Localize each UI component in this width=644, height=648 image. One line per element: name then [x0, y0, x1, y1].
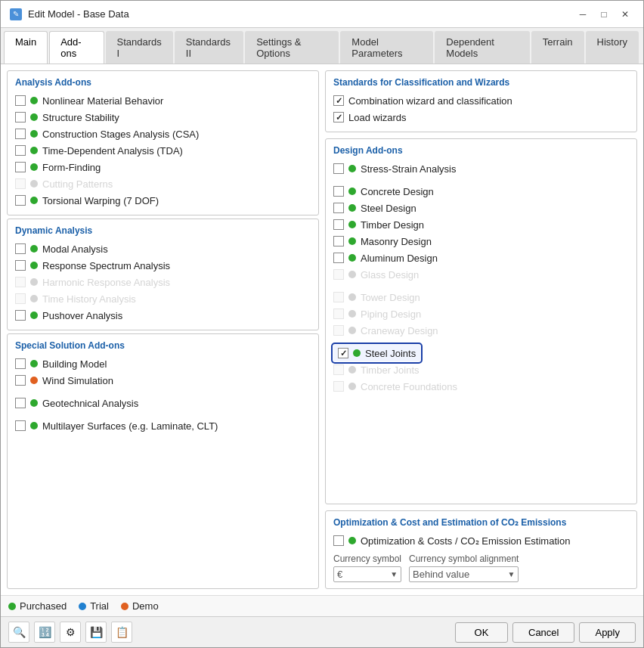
list-item: Geotechnical Analysis — [15, 395, 311, 411]
list-item: Form-Finding — [15, 159, 311, 175]
tab-standards1[interactable]: Standards I — [106, 31, 173, 64]
list-item: Combination wizard and classification — [333, 92, 629, 109]
glass-label: Glass Design — [361, 269, 419, 281]
list-item: Multilayer Surfaces (e.g. Laminate, CLT) — [15, 417, 311, 434]
tab-standards2[interactable]: Standards II — [175, 31, 243, 64]
stability-label: Structure Stability — [42, 112, 119, 123]
optimization-checkbox[interactable] — [333, 535, 344, 546]
optimization-section: Optimization & Cost and Estimation of CO… — [325, 510, 637, 589]
purchased-dot — [30, 262, 38, 269]
tda-checkbox[interactable] — [15, 145, 26, 156]
currency-symbol-select[interactable]: € ▼ — [333, 566, 401, 582]
copy-tool-button[interactable]: 📋 — [111, 622, 132, 643]
response-label: Response Spectrum Analysis — [42, 260, 170, 271]
loadwizards-checkbox[interactable] — [333, 112, 344, 122]
tab-main[interactable]: Main — [4, 31, 48, 64]
stability-checkbox[interactable] — [15, 112, 26, 122]
maximize-button[interactable]: □ — [595, 5, 613, 23]
combination-checkbox[interactable] — [333, 95, 344, 106]
dropdown-arrow-icon: ▼ — [508, 570, 516, 578]
csa-checkbox[interactable] — [15, 129, 26, 139]
list-item: Concrete Design — [333, 183, 629, 200]
unavailable-dot — [30, 180, 38, 188]
tab-settings-options[interactable]: Settings & Options — [245, 31, 339, 64]
list-item: Harmonic Response Analysis — [15, 274, 311, 290]
tab-history[interactable]: History — [586, 31, 639, 64]
legend-demo: Demo — [121, 600, 159, 612]
unavailable-dot — [30, 295, 38, 302]
purchased-dot — [30, 113, 38, 121]
piping-checkbox — [333, 308, 344, 319]
list-item: Cutting Patterns — [15, 175, 311, 192]
aluminum-checkbox[interactable] — [333, 253, 344, 263]
nonlinear-checkbox[interactable] — [15, 95, 26, 106]
harmonic-label: Harmonic Response Analysis — [42, 277, 170, 288]
dynamic-analysis-title: Dynamic Analysis — [15, 225, 311, 236]
csa-label: Construction Stages Analysis (CSA) — [42, 129, 199, 140]
currency-alignment-label: Currency symbol alignment — [409, 553, 519, 564]
list-item: Piping Design — [333, 305, 629, 322]
tab-addons[interactable]: Add-ons — [49, 31, 104, 64]
masonry-checkbox[interactable] — [333, 236, 344, 246]
tab-terrain[interactable]: Terrain — [531, 31, 584, 64]
window-icon: ✎ — [10, 8, 22, 20]
geotechnical-label: Geotechnical Analysis — [42, 398, 138, 409]
title-bar-left: ✎ Edit Model - Base Data — [10, 8, 129, 20]
multilayer-checkbox[interactable] — [15, 420, 26, 431]
list-item: Optimization & Costs / CO₂ Emission Esti… — [333, 532, 629, 549]
modal-label: Modal Analysis — [42, 243, 108, 255]
list-item: Wind Simulation — [15, 372, 311, 389]
purchased-dot — [30, 130, 38, 138]
list-item: Glass Design — [333, 266, 629, 283]
timehistory-label: Time History Analysis — [42, 293, 136, 305]
pushover-checkbox[interactable] — [15, 310, 26, 321]
search-tool-button[interactable]: 🔍 — [8, 622, 29, 643]
purchased-dot — [30, 422, 38, 429]
concrete-checkbox[interactable] — [333, 186, 344, 197]
minimize-button[interactable]: ─ — [574, 5, 592, 23]
list-item: Load wizards — [333, 109, 629, 126]
unavailable-dot — [348, 327, 356, 334]
wind-checkbox[interactable] — [15, 375, 26, 386]
currency-symbol-label: Currency symbol — [333, 553, 401, 564]
multilayer-label: Multilayer Surfaces (e.g. Laminate, CLT) — [42, 420, 218, 432]
save-tool-button[interactable]: 💾 — [85, 622, 107, 643]
list-item: Stress-Strain Analysis — [333, 160, 629, 177]
number-tool-button[interactable]: 🔢 — [34, 622, 55, 643]
list-item: Response Spectrum Analysis — [15, 257, 311, 274]
stressstrain-checkbox[interactable] — [333, 163, 344, 174]
torsional-checkbox[interactable] — [15, 195, 26, 206]
currency-alignment-value: Behind value — [413, 569, 469, 580]
timberjoints-label: Timber Joints — [361, 364, 420, 376]
building-checkbox[interactable] — [15, 358, 26, 369]
purchased-dot — [30, 399, 38, 407]
settings-tool-button[interactable]: ⚙ — [60, 622, 81, 643]
unavailable-dot — [348, 293, 356, 301]
currency-alignment-select[interactable]: Behind value ▼ — [409, 566, 519, 582]
cancel-button[interactable]: Cancel — [512, 622, 574, 643]
demo-legend-dot — [121, 603, 128, 610]
modal-checkbox[interactable] — [15, 243, 26, 254]
standards-section: Standards for Classification and Wizards… — [325, 70, 637, 132]
steel-checkbox[interactable] — [333, 203, 344, 213]
ok-button[interactable]: OK — [455, 622, 508, 643]
steeljoints-checkbox[interactable] — [338, 348, 348, 358]
craneway-checkbox — [333, 325, 344, 336]
tower-checkbox — [333, 292, 344, 302]
purchased-dot — [348, 221, 356, 228]
tab-dependent-models[interactable]: Dependent Models — [435, 31, 530, 64]
response-checkbox[interactable] — [15, 260, 26, 271]
tab-model-parameters[interactable]: Model Parameters — [340, 31, 433, 64]
tower-label: Tower Design — [361, 292, 420, 303]
apply-button[interactable]: Apply — [579, 622, 636, 643]
geotechnical-checkbox[interactable] — [15, 398, 26, 408]
close-button[interactable]: ✕ — [616, 5, 634, 23]
list-item: Timber Joints — [333, 361, 629, 378]
purchased-dot — [30, 360, 38, 367]
timehistory-checkbox — [15, 293, 26, 304]
purchased-dot — [348, 204, 356, 212]
purchased-dot — [348, 165, 356, 172]
timber-checkbox[interactable] — [333, 219, 344, 230]
special-addons-title: Special Solution Add-ons — [15, 340, 311, 351]
formfinding-checkbox[interactable] — [15, 162, 26, 172]
